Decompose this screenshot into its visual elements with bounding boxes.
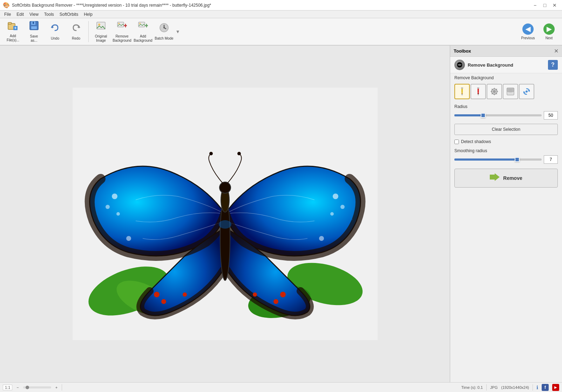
status-bar: 1:1 − + Time (s): 0.1 JPG (1920x1440x24)… xyxy=(0,382,562,392)
smoothing-section: Smoothing radius 7 xyxy=(450,146,562,166)
radius-value[interactable]: 50 xyxy=(544,111,558,120)
add-background-icon xyxy=(138,21,148,33)
file-format: JPG xyxy=(490,385,497,390)
remove-background-button[interactable]: RemoveBackground xyxy=(112,20,132,43)
toolbox-panel: Toolbox ✕ Remove Background ? Remove Bac… xyxy=(450,46,562,382)
svg-point-24 xyxy=(106,205,110,209)
menu-edit[interactable]: Edit xyxy=(14,11,27,18)
svg-point-26 xyxy=(126,236,131,241)
svg-rect-1 xyxy=(8,22,12,24)
zoom-slider-thumb[interactable] xyxy=(26,386,29,389)
app-icon: 🎨 xyxy=(3,2,10,8)
next-button[interactable]: ▶ Next xyxy=(539,20,559,43)
remove-bg-section-title: Remove Background xyxy=(468,62,513,68)
eraser2-button[interactable] xyxy=(519,84,534,99)
remove-bg-section-icon xyxy=(454,60,465,70)
original-image-label: OriginalImage xyxy=(95,34,107,43)
detect-shadows-row: Detect shadows xyxy=(450,137,562,146)
svg-rect-49 xyxy=(478,93,479,94)
radius-section: Radius 50 xyxy=(450,102,562,122)
undo-button[interactable]: Undo xyxy=(45,20,65,43)
clear-selection-button[interactable]: Clear Selection xyxy=(454,124,558,135)
previous-label: Previous xyxy=(521,36,535,40)
menu-view[interactable]: View xyxy=(27,11,41,18)
zoom-slider[interactable] xyxy=(23,386,51,388)
file-dimensions: (1920x1440x24) xyxy=(501,385,529,390)
minimize-button[interactable]: − xyxy=(530,2,540,9)
redo-label: Redo xyxy=(72,36,80,40)
svg-point-33 xyxy=(183,292,187,297)
svg-point-36 xyxy=(253,292,257,297)
keep-brush-button[interactable] xyxy=(454,84,470,99)
maximize-button[interactable]: □ xyxy=(540,2,549,9)
zoom-plus: + xyxy=(55,385,57,390)
remove-brush-button[interactable] xyxy=(470,84,486,99)
batch-mode-icon xyxy=(159,23,169,35)
smoothing-thumb[interactable] xyxy=(515,157,520,162)
detect-shadows-checkbox[interactable] xyxy=(454,140,459,144)
svg-rect-48 xyxy=(478,88,479,93)
smoothing-label: Smoothing radius xyxy=(454,148,558,153)
save-as-label: Saveas... xyxy=(30,34,38,43)
smoothing-track[interactable] xyxy=(454,158,542,161)
svg-rect-46 xyxy=(461,93,463,94)
remove-arrow-icon xyxy=(490,173,500,183)
detect-shadows-label[interactable]: Detect shadows xyxy=(461,139,491,144)
prev-icon: ◀ xyxy=(522,23,534,35)
toolbox-close-button[interactable]: ✕ xyxy=(554,48,558,54)
svg-rect-7 xyxy=(33,22,34,24)
toolbox-title-label: Toolbox xyxy=(454,48,471,54)
redo-icon xyxy=(71,23,81,35)
svg-point-39 xyxy=(219,182,231,193)
help-button[interactable]: ? xyxy=(548,60,558,70)
remove-button[interactable]: Remove xyxy=(454,169,558,188)
close-button[interactable]: ✕ xyxy=(550,2,559,9)
svg-point-27 xyxy=(333,194,338,199)
menu-softorbits[interactable]: SoftOrbits xyxy=(57,11,81,18)
svg-point-15 xyxy=(139,23,141,24)
radius-thumb[interactable] xyxy=(481,113,486,118)
svg-point-42 xyxy=(219,220,231,229)
magic-wand-button[interactable] xyxy=(487,84,502,99)
smoothing-slider-row: 7 xyxy=(454,155,558,164)
radius-track[interactable] xyxy=(454,114,542,116)
previous-button[interactable]: ◀ Previous xyxy=(518,20,538,43)
menu-help[interactable]: Help xyxy=(81,11,95,18)
canvas-area[interactable] xyxy=(0,46,450,382)
eraser1-button[interactable] xyxy=(503,84,518,99)
toolbox-header: Toolbox ✕ xyxy=(450,46,562,57)
svg-point-31 xyxy=(154,292,160,297)
save-as-button[interactable]: Saveas... xyxy=(24,20,44,43)
add-files-button[interactable]: + AddFile(s)... xyxy=(3,20,23,43)
add-background-button[interactable]: AddBackground xyxy=(133,20,153,43)
svg-marker-58 xyxy=(490,173,500,181)
smoothing-value[interactable]: 7 xyxy=(544,155,558,164)
status-divider-1 xyxy=(62,384,62,391)
svg-point-41 xyxy=(237,152,241,155)
svg-point-13 xyxy=(118,23,120,24)
magic-wand-icon xyxy=(490,87,499,96)
next-label: Next xyxy=(546,36,553,40)
window-title: SoftOrbits Background Remover - ****Unre… xyxy=(12,3,530,8)
remove-background-label: RemoveBackground xyxy=(113,34,131,43)
status-right: Time (s): 0.1 JPG (1920x1440x24) ℹ f ▶ xyxy=(461,384,559,391)
eraser1-icon xyxy=(506,87,515,96)
toolbar-more-button[interactable]: ▼ xyxy=(175,20,181,43)
zoom-value: 1:1 xyxy=(3,385,12,390)
svg-point-29 xyxy=(330,212,334,216)
smoothing-fill xyxy=(454,158,517,161)
remove-brush-icon xyxy=(474,87,482,96)
svg-point-34 xyxy=(280,292,286,297)
batch-mode-button[interactable]: Batch Mode xyxy=(154,20,174,43)
youtube-icon[interactable]: ▶ xyxy=(552,384,559,391)
original-image-button[interactable]: OriginalImage xyxy=(91,20,111,43)
remove-bg-header: Remove Background ? xyxy=(450,57,562,73)
facebook-icon[interactable]: f xyxy=(542,384,549,391)
title-bar: 🎨 SoftOrbits Background Remover - ****Un… xyxy=(0,0,562,11)
info-icon[interactable]: ℹ xyxy=(536,385,538,390)
menu-bar: File Edit View Tools SoftOrbits Help xyxy=(0,11,562,18)
zoom-display: 1:1 xyxy=(3,385,12,390)
redo-button[interactable]: Redo xyxy=(66,20,86,43)
menu-tools[interactable]: Tools xyxy=(41,11,57,18)
menu-file[interactable]: File xyxy=(1,11,14,18)
